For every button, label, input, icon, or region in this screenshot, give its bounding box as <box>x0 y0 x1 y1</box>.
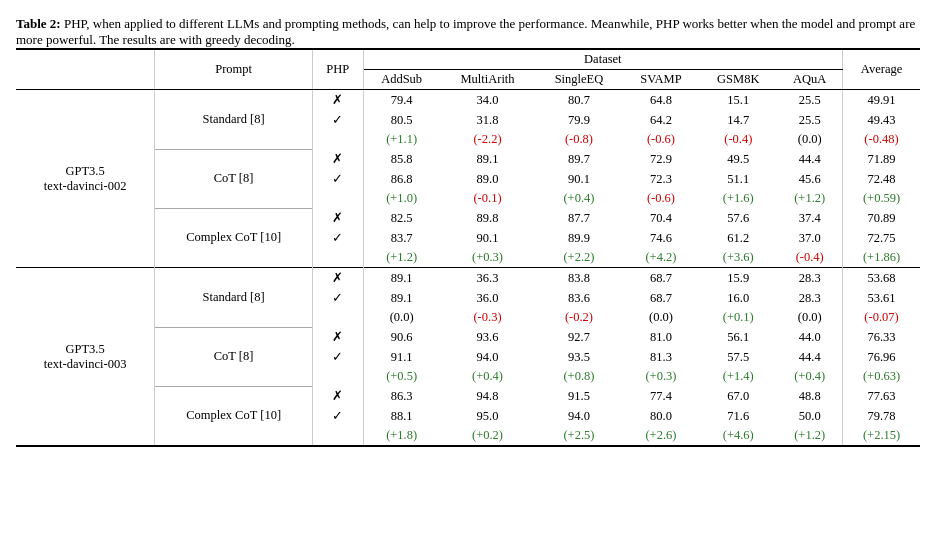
value-cell: 15.1 <box>699 90 777 111</box>
value-cell: 91.1 <box>363 347 440 367</box>
prompt-label-cell: CoT [8] <box>155 149 313 208</box>
value-cell: 94.0 <box>440 347 536 367</box>
value-cell: 34.0 <box>440 90 536 111</box>
diff-cell: (0.0) <box>777 130 842 149</box>
diff-cell: (-0.8) <box>535 130 622 149</box>
avg-cell: 71.89 <box>843 149 920 169</box>
prompt-label-cell: CoT [8] <box>155 327 313 386</box>
diff-cell: (+0.8) <box>535 367 622 386</box>
value-cell: 14.7 <box>699 110 777 130</box>
avg-cell: 72.48 <box>843 169 920 189</box>
value-cell: 88.1 <box>363 406 440 426</box>
diff-cell: (+0.5) <box>363 367 440 386</box>
value-cell: 94.0 <box>535 406 622 426</box>
diff-cell: (+0.4) <box>535 189 622 208</box>
prompt-header: Prompt <box>155 49 313 90</box>
col-addsub: AddSub <box>363 70 440 90</box>
value-cell: 50.0 <box>777 406 842 426</box>
value-cell: 83.8 <box>535 268 622 289</box>
diff-cell: (-0.2) <box>535 308 622 327</box>
value-cell: 74.6 <box>623 228 700 248</box>
col-aqua: AQuA <box>777 70 842 90</box>
value-cell: 90.1 <box>440 228 536 248</box>
value-cell: 89.1 <box>363 268 440 289</box>
diff-cell: (+2.2) <box>535 248 622 268</box>
avg-diff-cell: (+1.86) <box>843 248 920 268</box>
col-svamp: SVAMP <box>623 70 700 90</box>
value-cell: 93.6 <box>440 327 536 347</box>
value-cell: 86.3 <box>363 386 440 406</box>
table-header-row: Prompt PHP Dataset Average <box>16 49 920 70</box>
avg-cell: 53.61 <box>843 288 920 308</box>
value-cell: 25.5 <box>777 110 842 130</box>
avg-cell: 53.68 <box>843 268 920 289</box>
value-cell: 49.5 <box>699 149 777 169</box>
value-cell: 68.7 <box>623 288 700 308</box>
diff-cell: (-0.4) <box>777 248 842 268</box>
table-row: GPT3.5text-davinci-003Standard [8]✗89.13… <box>16 268 920 289</box>
avg-cell: 70.89 <box>843 208 920 228</box>
diff-cell: (+0.3) <box>440 248 536 268</box>
diff-cell: (+0.2) <box>440 426 536 446</box>
prompt-label-cell: Complex CoT [10] <box>155 208 313 268</box>
value-cell: 94.8 <box>440 386 536 406</box>
value-cell: 81.3 <box>623 347 700 367</box>
diff-cell: (+1.4) <box>699 367 777 386</box>
value-cell: 61.2 <box>699 228 777 248</box>
value-cell: 89.9 <box>535 228 622 248</box>
value-cell: 37.0 <box>777 228 842 248</box>
value-cell: 36.0 <box>440 288 536 308</box>
value-cell: 91.5 <box>535 386 622 406</box>
diff-cell: (0.0) <box>623 308 700 327</box>
avg-diff-cell: (-0.07) <box>843 308 920 327</box>
diff-cell: (+1.0) <box>363 189 440 208</box>
diff-cell: (+1.2) <box>777 189 842 208</box>
php-symbol: ✗ <box>312 149 363 169</box>
php-symbol: ✗ <box>312 327 363 347</box>
diff-cell: (-0.4) <box>699 130 777 149</box>
value-cell: 93.5 <box>535 347 622 367</box>
diff-cell: (+1.2) <box>777 426 842 446</box>
model-cell: GPT3.5text-davinci-002 <box>16 90 155 268</box>
value-cell: 85.8 <box>363 149 440 169</box>
value-cell: 51.1 <box>699 169 777 189</box>
prompt-label-cell: Standard [8] <box>155 268 313 328</box>
avg-diff-cell: (+2.15) <box>843 426 920 446</box>
model-header <box>16 49 155 90</box>
avg-cell: 77.63 <box>843 386 920 406</box>
value-cell: 67.0 <box>699 386 777 406</box>
diff-cell: (+1.1) <box>363 130 440 149</box>
diff-cell: (+0.3) <box>623 367 700 386</box>
value-cell: 89.8 <box>440 208 536 228</box>
value-cell: 82.5 <box>363 208 440 228</box>
value-cell: 80.7 <box>535 90 622 111</box>
caption: Table 2: PHP, when applied to different … <box>16 16 920 48</box>
prompt-label-cell: Complex CoT [10] <box>155 386 313 446</box>
value-cell: 95.0 <box>440 406 536 426</box>
value-cell: 64.2 <box>623 110 700 130</box>
avg-cell: 49.43 <box>843 110 920 130</box>
diff-cell: (+0.1) <box>699 308 777 327</box>
value-cell: 81.0 <box>623 327 700 347</box>
value-cell: 68.7 <box>623 268 700 289</box>
php-symbol: ✓ <box>312 228 363 248</box>
diff-cell: (+0.4) <box>440 367 536 386</box>
diff-cell: (+2.5) <box>535 426 622 446</box>
col-singleeq: SingleEQ <box>535 70 622 90</box>
php-symbol <box>312 426 363 446</box>
diff-cell: (+3.6) <box>699 248 777 268</box>
caption-label: Table 2: <box>16 16 61 31</box>
avg-diff-cell: (+0.63) <box>843 367 920 386</box>
php-symbol <box>312 189 363 208</box>
value-cell: 80.5 <box>363 110 440 130</box>
value-cell: 31.8 <box>440 110 536 130</box>
php-symbol: ✓ <box>312 347 363 367</box>
value-cell: 37.4 <box>777 208 842 228</box>
avg-diff-cell: (+0.59) <box>843 189 920 208</box>
diff-cell: (0.0) <box>777 308 842 327</box>
value-cell: 44.4 <box>777 347 842 367</box>
value-cell: 57.6 <box>699 208 777 228</box>
value-cell: 89.1 <box>440 149 536 169</box>
avg-cell: 76.96 <box>843 347 920 367</box>
value-cell: 89.1 <box>363 288 440 308</box>
